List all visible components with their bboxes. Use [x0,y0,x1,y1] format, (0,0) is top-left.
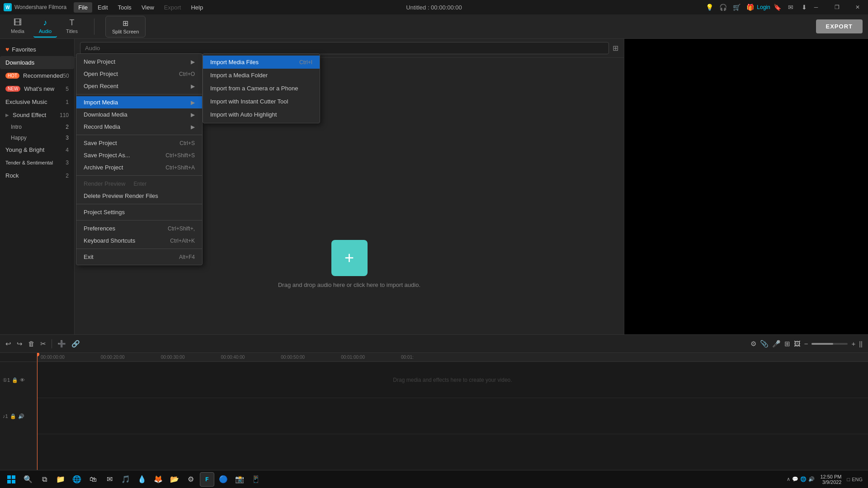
submenu-import-highlight[interactable]: Import with Auto Highlight [203,108,320,121]
light-bulb-icon[interactable]: 💡 [704,2,714,12]
sidebar-item-happy[interactable]: Happy 3 [0,132,74,143]
grid-view-icon[interactable]: ⊞ [613,44,618,52]
store-icon[interactable]: 🛍 [86,472,100,487]
tray-volume-icon[interactable]: 🔊 [808,476,815,482]
sidebar-item-young-bright[interactable]: Young & Bright 4 [0,143,74,156]
filmora-taskbar-icon[interactable]: F [200,472,214,487]
transition-icon[interactable]: ⊞ [784,340,790,348]
tab-titles[interactable]: T Titles [61,15,83,38]
tray-chat-icon[interactable]: 💬 [792,476,798,482]
tray-network-icon[interactable]: 🌐 [800,476,807,482]
firefox-icon[interactable]: 🦊 [151,472,165,487]
menu-file[interactable]: File [74,2,92,13]
cut-button[interactable]: ✂ [40,340,46,348]
minimize-button[interactable]: ─ [806,0,826,14]
audio-lock-icon[interactable]: 🔒 [10,413,16,419]
undo-button[interactable]: ↩ [5,340,11,348]
link-button[interactable]: 🔗 [71,340,80,348]
files-icon[interactable]: 📂 [167,472,182,487]
system-clock[interactable]: 12:50 PM 3/9/2022 [816,474,845,485]
sidebar-item-downloads[interactable]: Downloads [0,56,74,69]
login-btn[interactable]: Login [759,2,769,12]
submenu-import-camera[interactable]: Import from a Camera or a Phone [203,82,320,95]
music-icon[interactable]: 🎵 [118,472,133,487]
delete-button[interactable]: 🗑 [28,340,35,347]
menu-import-media[interactable]: Import Media ▶ [76,96,202,108]
zoom-out-icon[interactable]: − [804,340,808,347]
file-dropdown-menu: New Project ▶ Open Project Ctrl+O Open R… [76,53,203,265]
menu-record-media[interactable]: Record Media ▶ [76,121,202,133]
mail-taskbar-icon[interactable]: ✉ [102,472,117,487]
maximize-button[interactable]: ❐ [826,0,847,14]
menu-edit[interactable]: Edit [93,2,112,13]
submenu-import-files[interactable]: Import Media Files Ctrl+I [203,56,320,69]
speaker-icon[interactable]: 🔊 [18,413,24,419]
edge-icon[interactable]: 🌐 [70,472,84,487]
search-input[interactable] [80,42,609,54]
sidebar-item-recommended[interactable]: HOT Recommended 50 [0,69,74,82]
menu-export[interactable]: Export [160,2,186,13]
menu-open-recent[interactable]: Open Recent ▶ [76,80,202,92]
menu-preferences[interactable]: Preferences Ctrl+Shift+, [76,222,202,235]
menu-exit[interactable]: Exit Alt+F4 [76,251,202,263]
phone-icon[interactable]: 📱 [249,472,263,487]
menu-open-project[interactable]: Open Project Ctrl+O [76,68,202,80]
zoom-in-icon[interactable]: + [851,340,855,347]
add-track-button[interactable]: ➕ [57,340,66,348]
menu-new-project[interactable]: New Project ▶ [76,56,202,68]
headphone-icon[interactable]: 🎧 [718,2,728,12]
menu-save-project-as[interactable]: Save Project As... Ctrl+Shift+S [76,149,202,161]
menu-view[interactable]: View [137,2,159,13]
mail-icon[interactable]: ✉ [786,2,796,12]
tray-up-arrow[interactable]: ∧ [787,476,790,482]
sidebar-favorites[interactable]: ♥ Favorites [0,42,74,56]
notification-icon[interactable]: □ [847,477,850,482]
sidebar-item-exclusive-music[interactable]: Exclusive Music 1 [0,95,74,108]
menu-save-project[interactable]: Save Project Ctrl+S [76,137,202,149]
clock-date: 3/9/2022 [822,479,842,485]
camera-icon[interactable]: 📸 [232,472,247,487]
tab-audio[interactable]: ♪ Audio [33,15,57,38]
split-screen-button[interactable]: ⊞ Split Screen [105,16,146,38]
clip-icon[interactable]: 📎 [760,340,769,348]
submenu-import-instant[interactable]: Import with Instant Cutter Tool [203,95,320,108]
settings-taskbar-icon[interactable]: ⚙ [184,472,198,487]
menu-archive-project[interactable]: Archive Project Ctrl+Shift+A [76,161,202,174]
zoom-slider[interactable] [811,343,848,345]
taskview-icon[interactable]: ⧉ [37,472,52,487]
submenu-import-folder[interactable]: Import a Media Folder [203,69,320,82]
search-taskbar-icon[interactable]: 🔍 [21,472,35,487]
menu-help[interactable]: Help [186,2,208,13]
bookmark-icon[interactable]: 🔖 [772,2,782,12]
menu-keyboard-shortcuts[interactable]: Keyboard Shortcuts Ctrl+Alt+K [76,235,202,247]
menu-project-settings[interactable]: Project Settings [76,206,202,218]
tab-media[interactable]: 🎞 Media [5,15,30,38]
menu-delete-preview[interactable]: Delete Preview Render Files [76,190,202,202]
gift-icon[interactable]: 🎁 [745,2,755,12]
dropbox-icon[interactable]: 💧 [135,472,149,487]
explorer-icon[interactable]: 📁 [53,472,68,487]
sidebar-item-sound-effect[interactable]: ▶ Sound Effect 110 [0,108,74,122]
sidebar-item-whats-new[interactable]: NEW What's new 5 [0,82,74,95]
start-button[interactable] [4,472,19,487]
effect-icon[interactable]: 🖼 [794,340,801,347]
audio-track-content[interactable] [37,398,868,434]
export-button[interactable]: EXPORT [816,19,863,33]
menu-download-media[interactable]: Download Media ▶ [76,108,202,121]
eye-icon[interactable]: 👁 [20,377,25,383]
sidebar-item-tender-sentimental[interactable]: Tender & Sentimental 3 [0,156,74,169]
sidebar-item-intro[interactable]: Intro 2 [0,122,74,132]
close-button[interactable]: ✕ [847,0,868,14]
collapse-icon[interactable]: || [859,340,863,347]
sidebar-item-rock[interactable]: Rock 2 [0,169,74,182]
lock-icon[interactable]: 🔒 [12,377,18,383]
chrome-icon[interactable]: 🔵 [216,472,231,487]
zoom-settings-icon[interactable]: ⚙ [750,340,756,348]
cart-icon[interactable]: 🛒 [731,2,741,12]
hot-badge: HOT [5,73,19,79]
video-track-content[interactable]: Drag media and effects here to create yo… [37,362,868,398]
import-large-button[interactable]: + [331,240,368,276]
menu-tools[interactable]: Tools [113,2,136,13]
redo-button[interactable]: ↪ [17,340,23,348]
mic-icon[interactable]: 🎤 [772,340,781,348]
